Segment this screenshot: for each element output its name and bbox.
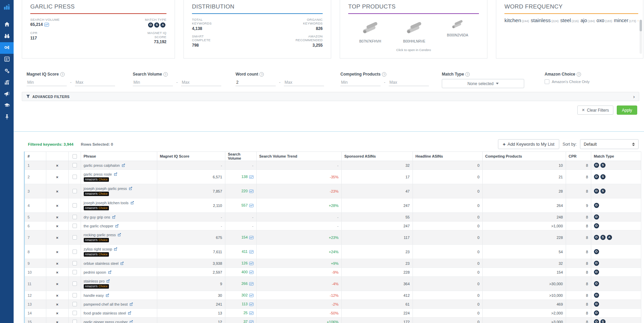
sidebar-item-megaphone-icon[interactable] <box>0 88 14 100</box>
keyword-phrase[interactable]: food grade stainless steel <box>84 311 126 315</box>
trend-chart-icon[interactable] <box>249 250 254 254</box>
sidebar-item-home-icon[interactable] <box>0 19 14 31</box>
external-link-icon[interactable] <box>115 224 119 228</box>
trend-chart-icon[interactable] <box>249 282 254 286</box>
word-frequency-term[interactable]: kitchen <box>504 17 521 23</box>
remove-keyword-button[interactable]: ✕ <box>56 225 59 228</box>
apply-button[interactable]: Apply <box>617 106 637 115</box>
competing-products-max-input[interactable] <box>389 79 429 86</box>
row-checkbox[interactable] <box>73 175 77 179</box>
remove-keyword-button[interactable]: ✕ <box>56 176 59 179</box>
external-link-icon[interactable] <box>108 270 112 274</box>
select-all-checkbox[interactable] <box>73 154 77 159</box>
row-checkbox[interactable] <box>73 189 77 193</box>
keyword-phrase[interactable]: dry guy grip ons <box>84 215 110 219</box>
sidebar-item-gears-icon[interactable] <box>0 65 14 77</box>
row-checkbox[interactable] <box>73 302 77 306</box>
remove-keyword-button[interactable]: ✕ <box>56 282 59 286</box>
sidebar-item-graduation-cap-icon[interactable] <box>0 100 14 112</box>
keyword-phrase[interactable]: the garlic chopper <box>84 224 113 228</box>
external-link-icon[interactable] <box>114 247 117 251</box>
row-checkbox[interactable] <box>73 163 77 167</box>
row-checkbox[interactable] <box>73 311 77 315</box>
row-checkbox[interactable] <box>73 281 77 286</box>
remove-keyword-button[interactable]: ✕ <box>56 262 59 265</box>
row-checkbox[interactable] <box>73 320 77 323</box>
remove-keyword-button[interactable]: ✕ <box>56 294 59 297</box>
external-link-icon[interactable] <box>128 311 131 315</box>
match-type-select[interactable]: None selected <box>442 79 524 88</box>
keyword-phrase[interactable]: pampered chef all the best <box>84 302 128 306</box>
amazon-choice-help-icon[interactable]: ? <box>577 72 581 77</box>
word-frequency-term[interactable]: steel <box>560 18 571 23</box>
search-volume-help-icon[interactable]: ? <box>163 72 168 77</box>
remove-keyword-button[interactable]: ✕ <box>56 303 59 306</box>
word-frequency-term[interactable]: mincer <box>614 18 628 23</box>
row-checkbox[interactable] <box>73 235 77 240</box>
word-count-max-input[interactable] <box>284 79 324 86</box>
keyword-phrase[interactable]: garlic press calphalon <box>84 163 120 167</box>
keyword-phrase[interactable]: orblue stainless steel <box>84 261 119 265</box>
word-frequency-term[interactable]: crusher <box>638 18 638 23</box>
row-checkbox[interactable] <box>73 224 77 228</box>
search-volume-min-input[interactable] <box>133 79 173 86</box>
trend-chart-icon[interactable] <box>249 311 254 316</box>
add-keywords-button[interactable]: + Add Keywords to My List <box>498 139 559 149</box>
external-link-icon[interactable] <box>129 187 132 190</box>
remove-keyword-button[interactable]: ✕ <box>56 312 59 315</box>
keyword-phrase[interactable]: garlic press rosle <box>84 172 112 176</box>
magnet-iq-min-input[interactable] <box>27 79 67 86</box>
row-checkbox[interactable] <box>73 203 77 208</box>
trend-chart-icon[interactable] <box>249 236 254 240</box>
keyword-phrase[interactable]: garlic ginger press crusher <box>84 320 128 323</box>
trend-chart-icon[interactable] <box>249 320 254 323</box>
external-link-icon[interactable] <box>112 215 116 219</box>
trend-chart-icon[interactable] <box>249 175 254 179</box>
external-link-icon[interactable] <box>106 293 109 297</box>
sidebar-item-pin-icon[interactable] <box>0 112 14 123</box>
word-count-min-input[interactable] <box>236 79 276 86</box>
row-checkbox[interactable] <box>73 249 77 254</box>
magnet-iq-help-icon[interactable]: ? <box>60 72 65 77</box>
top-product-B00HHLNRVE[interactable]: B00HHLNRVE <box>403 19 425 43</box>
trend-chart-icon[interactable] <box>249 271 254 275</box>
search-volume-max-input[interactable] <box>181 79 221 86</box>
external-link-icon[interactable] <box>106 279 110 283</box>
external-link-icon[interactable] <box>129 320 133 323</box>
top-product-B000N2V6DA[interactable]: B000N2V6DA <box>447 19 468 37</box>
word-count-help-icon[interactable]: ? <box>259 72 264 77</box>
remove-keyword-button[interactable]: ✕ <box>56 321 59 323</box>
external-link-icon[interactable] <box>114 172 117 176</box>
keyword-phrase[interactable]: joseph joseph garlic press <box>84 187 127 191</box>
external-link-icon[interactable] <box>117 233 121 237</box>
row-checkbox[interactable] <box>73 261 77 265</box>
trend-chart-icon[interactable] <box>249 262 254 266</box>
external-link-icon[interactable] <box>120 261 124 265</box>
clear-filters-button[interactable]: ✕ Clear Filters <box>577 106 613 115</box>
sidebar-item-logo-icon[interactable] <box>0 0 14 15</box>
sidebar-item-key-icon[interactable] <box>0 42 14 54</box>
top-product-B07N7KFHVH[interactable]: B07N7KFHVH <box>359 19 382 43</box>
trend-chart-icon[interactable] <box>249 190 254 194</box>
word-frequency-term[interactable]: oxo <box>596 18 604 23</box>
trend-chart-icon[interactable] <box>249 204 254 208</box>
remove-keyword-button[interactable]: ✕ <box>56 164 59 167</box>
keyword-phrase[interactable]: stainless pro <box>84 279 105 283</box>
row-checkbox[interactable] <box>73 293 77 297</box>
advanced-filters-bar[interactable]: ADVANCED FILTERS › <box>22 92 639 101</box>
remove-keyword-button[interactable]: ✕ <box>56 251 59 254</box>
keyword-phrase[interactable]: zyliss right scoop <box>84 247 112 251</box>
keyword-phrase[interactable]: joseph joseph kitchen tools <box>84 201 129 205</box>
keyword-phrase[interactable]: rocking garlic press <box>84 233 116 237</box>
remove-keyword-button[interactable]: ✕ <box>56 271 59 274</box>
sort-select[interactable]: Default <box>580 139 639 149</box>
sidebar-item-list-icon[interactable] <box>0 54 14 65</box>
row-checkbox[interactable] <box>73 270 77 274</box>
sidebar-item-chart-icon[interactable] <box>0 77 14 88</box>
remove-keyword-button[interactable]: ✕ <box>56 216 59 219</box>
word-frequency-scrollbar[interactable] <box>640 20 642 54</box>
amazons-choice-only-checkbox[interactable] <box>545 79 549 84</box>
remove-keyword-button[interactable]: ✕ <box>56 204 59 208</box>
trend-chart-icon[interactable] <box>249 294 254 298</box>
magnet-iq-max-input[interactable] <box>75 79 115 86</box>
